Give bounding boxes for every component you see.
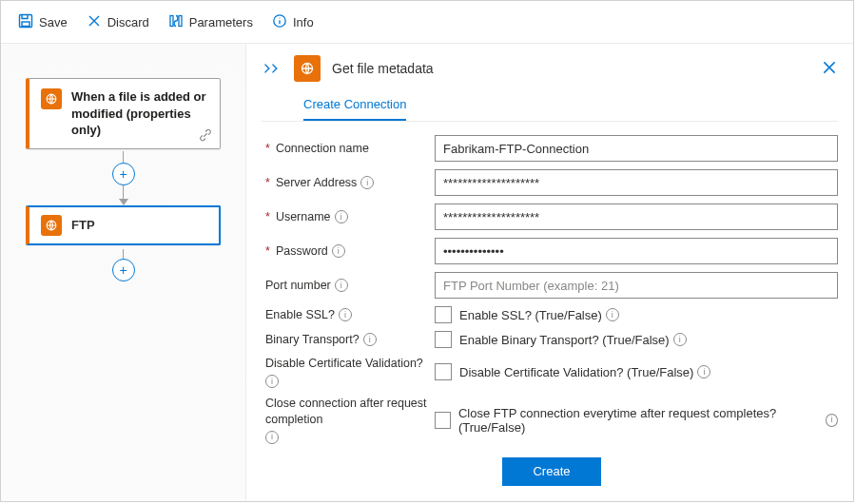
info-icon[interactable]: i (363, 333, 377, 346)
password-label: *Password i (265, 243, 427, 259)
ftp-trigger-icon (41, 88, 62, 109)
details-panel: Get file metadata Create Connection *Con… (246, 44, 853, 501)
designer-canvas[interactable]: When a file is added or modified (proper… (1, 44, 246, 501)
binary-transport-checkbox[interactable] (435, 331, 452, 348)
svg-point-5 (279, 17, 280, 18)
ftp-action-node[interactable]: FTP (26, 205, 221, 245)
panel-ftp-icon (294, 55, 321, 82)
disable-cert-label: Disable Certificate Validation? i (265, 356, 427, 388)
enable-ssl-label: Enable SSL? i (265, 307, 427, 322)
parameters-button[interactable]: Parameters (159, 8, 263, 37)
save-label: Save (39, 15, 68, 29)
connection-name-input[interactable] (435, 135, 838, 162)
add-step-button[interactable]: + (112, 163, 135, 185)
port-input[interactable] (435, 272, 838, 299)
trigger-node[interactable]: When a file is added or modified (proper… (26, 78, 221, 149)
close-conn-check-label: Close FTP connection everytime after req… (458, 406, 838, 435)
connector-2: + (26, 249, 221, 281)
panel-tabs: Create Connection (262, 91, 838, 122)
info-icon[interactable]: i (826, 414, 838, 427)
port-label: Port number i (265, 278, 427, 293)
link-icon (199, 128, 212, 145)
panel-title: Get file metadata (332, 61, 809, 76)
connector-1: + (26, 151, 221, 205)
password-input[interactable] (435, 238, 838, 264)
enable-ssl-checkbox[interactable] (435, 306, 452, 323)
collapse-chevrons-icon[interactable] (262, 62, 282, 75)
main-area: When a file is added or modified (proper… (1, 44, 853, 501)
close-icon (87, 13, 102, 31)
info-icon[interactable]: i (673, 333, 687, 346)
connection-form: *Connection name *Server Address i (262, 135, 838, 486)
panel-header: Get file metadata (262, 55, 838, 82)
enable-ssl-check-label: Enable SSL? (True/False) i (459, 308, 619, 322)
ftp-action-icon (41, 215, 62, 236)
parameters-icon (168, 13, 184, 31)
trigger-title: When a file is added or modified (proper… (71, 88, 210, 139)
toolbar: Save Discard Parameters (1, 1, 853, 44)
info-icon[interactable]: i (606, 308, 619, 321)
info-icon[interactable]: i (265, 375, 279, 388)
svg-rect-2 (170, 15, 173, 26)
discard-button[interactable]: Discard (77, 8, 159, 37)
info-icon[interactable]: i (265, 431, 279, 444)
tab-create-connection[interactable]: Create Connection (303, 91, 406, 121)
username-label: *Username i (265, 209, 427, 224)
server-address-label: *Server Address i (265, 175, 427, 190)
server-address-input[interactable] (435, 169, 838, 196)
disable-cert-checkbox[interactable] (435, 363, 452, 380)
parameters-label: Parameters (189, 15, 253, 29)
info-icon[interactable]: i (360, 176, 374, 189)
info-icon (272, 13, 287, 31)
save-icon (18, 13, 33, 31)
binary-transport-label: Binary Transport? i (265, 332, 427, 347)
info-icon[interactable]: i (332, 244, 345, 258)
info-label: Info (293, 15, 314, 29)
save-button[interactable]: Save (9, 8, 77, 37)
disable-cert-check-label: Disable Certificate Validation? (True/Fa… (459, 365, 710, 379)
info-button[interactable]: Info (263, 8, 323, 37)
info-icon[interactable]: i (335, 279, 348, 292)
info-icon[interactable]: i (339, 308, 352, 321)
username-input[interactable] (435, 204, 838, 230)
svg-rect-1 (22, 22, 29, 27)
binary-transport-check-label: Enable Binary Transport? (True/False) i (459, 333, 687, 347)
close-conn-checkbox[interactable] (435, 412, 451, 429)
close-conn-label: Close connection after request completio… (265, 396, 427, 444)
ftp-action-title: FTP (71, 218, 95, 232)
app-frame: Save Discard Parameters (0, 0, 854, 502)
info-icon[interactable]: i (335, 210, 348, 223)
svg-rect-3 (179, 15, 182, 26)
add-step-button-2[interactable]: + (112, 259, 135, 281)
panel-close-button[interactable] (821, 59, 838, 79)
info-icon[interactable]: i (697, 365, 710, 378)
discard-label: Discard (107, 15, 149, 29)
create-button[interactable]: Create (502, 457, 600, 486)
connection-name-label: *Connection name (265, 141, 427, 156)
